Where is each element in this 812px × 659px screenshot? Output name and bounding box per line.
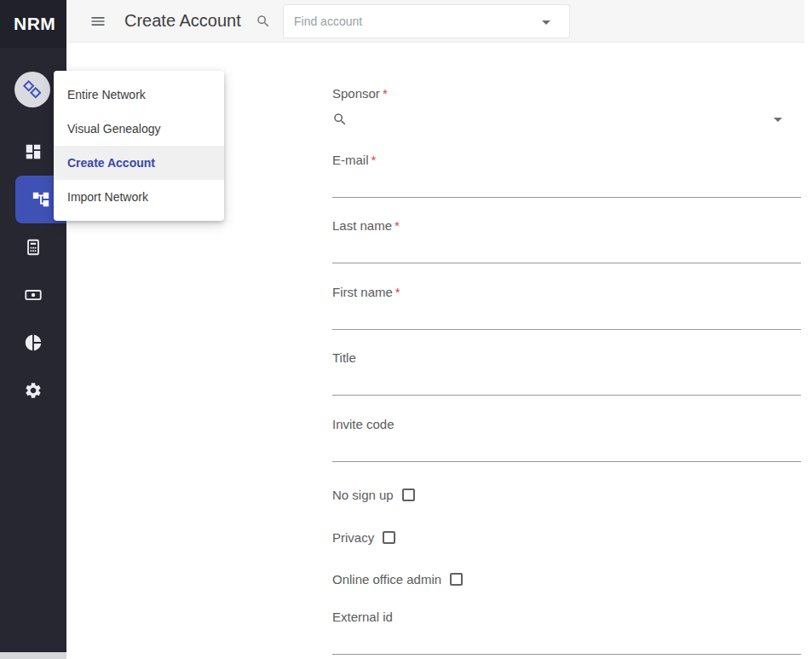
- email-label: E-mail*: [332, 153, 801, 167]
- privacy-row: Privacy: [332, 529, 395, 546]
- required-asterisk: *: [394, 218, 400, 233]
- field-first-name: First name*: [332, 285, 801, 330]
- network-menu-popover: Entire Network Visual Genealogy Create A…: [54, 71, 224, 221]
- email-input[interactable]: [332, 167, 801, 198]
- sidebar-item-payments[interactable]: [0, 271, 66, 319]
- no-sign-up-label: No sign up: [332, 488, 394, 502]
- sponsor-label: Sponsor*: [332, 86, 801, 101]
- sponsor-search-icon: [332, 112, 348, 127]
- last-name-label: Last name*: [332, 218, 801, 233]
- external-id-label: External id: [332, 610, 801, 624]
- find-account-combobox[interactable]: [283, 4, 570, 38]
- field-invite-code: Invite code: [332, 417, 801, 462]
- payments-icon: [24, 286, 43, 304]
- title-input[interactable]: [332, 365, 801, 396]
- hamburger-icon: [89, 13, 107, 30]
- topbar: Create Account: [66, 0, 812, 43]
- find-account-input[interactable]: [284, 14, 522, 28]
- pie-chart-icon: [24, 333, 43, 352]
- sponsor-autocomplete[interactable]: [332, 101, 801, 138]
- page-title: Create Account: [124, 11, 241, 31]
- field-last-name: Last name*: [332, 218, 801, 263]
- menu-item-import-network[interactable]: Import Network: [54, 180, 224, 214]
- online-office-admin-checkbox[interactable]: [450, 573, 463, 586]
- title-label: Title: [332, 350, 801, 365]
- search-icon: [256, 14, 271, 29]
- brand-logo: NRM: [0, 0, 66, 48]
- no-sign-up-checkbox[interactable]: [402, 488, 415, 501]
- field-external-id: External id: [332, 610, 801, 655]
- hamburger-menu-button[interactable]: [89, 13, 107, 30]
- horizontal-scrollbar[interactable]: [0, 652, 66, 659]
- logo-diamond-icon: [21, 78, 43, 101]
- external-id-input[interactable]: [332, 624, 801, 655]
- first-name-label: First name*: [332, 285, 801, 299]
- field-email: E-mail*: [332, 153, 801, 198]
- invite-code-label: Invite code: [332, 417, 801, 431]
- field-sponsor: Sponsor*: [332, 86, 801, 138]
- sidebar-item-calculator[interactable]: [0, 223, 66, 271]
- first-name-input[interactable]: [332, 299, 801, 330]
- field-title: Title: [332, 350, 801, 396]
- online-office-admin-row: Online office admin: [332, 570, 463, 587]
- required-asterisk: *: [371, 153, 377, 167]
- page: NRM: [0, 0, 812, 659]
- sponsor-chevron-down-icon[interactable]: [774, 118, 782, 122]
- menu-item-visual-genealogy[interactable]: Visual Genealogy: [54, 112, 224, 146]
- last-name-input[interactable]: [332, 233, 801, 263]
- avatar[interactable]: [14, 72, 50, 107]
- privacy-checkbox[interactable]: [383, 531, 395, 544]
- required-asterisk: *: [383, 86, 388, 101]
- dashboard-icon: [24, 142, 43, 161]
- required-asterisk: *: [395, 285, 400, 299]
- sidebar-item-settings[interactable]: [0, 367, 66, 414]
- find-account-search: [256, 4, 570, 38]
- settings-icon: [24, 381, 43, 400]
- invite-code-input[interactable]: [332, 431, 801, 462]
- network-icon: [32, 190, 50, 209]
- menu-item-entire-network[interactable]: Entire Network: [54, 78, 224, 112]
- menu-item-create-account[interactable]: Create Account: [54, 146, 224, 180]
- no-sign-up-row: No sign up: [332, 486, 415, 503]
- online-office-admin-label: Online office admin: [332, 572, 441, 587]
- calculator-icon: [24, 238, 43, 257]
- sidebar-item-reports[interactable]: [0, 319, 66, 367]
- vertical-scrollbar[interactable]: [804, 0, 812, 659]
- privacy-label: Privacy: [332, 530, 374, 545]
- chevron-down-icon[interactable]: [542, 20, 550, 25]
